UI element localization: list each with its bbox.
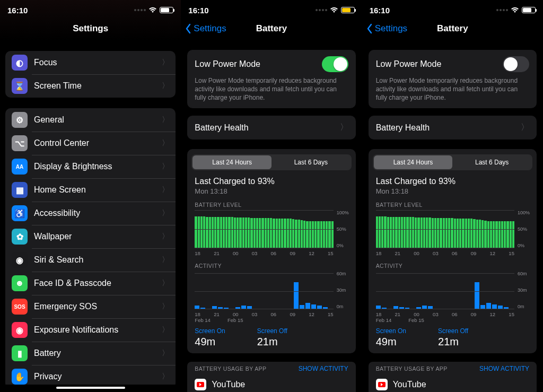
- chevron-right-icon: 〉: [521, 122, 529, 133]
- chevron-right-icon: 〉: [162, 349, 169, 358]
- activity-chart: [376, 273, 514, 309]
- nav-bar: SettingsBattery: [181, 17, 362, 40]
- status-time: 16:10: [188, 6, 208, 15]
- wifi-icon: [330, 7, 338, 13]
- settings-label: Battery: [34, 349, 162, 358]
- seg-6d[interactable]: Last 6 Days: [272, 155, 351, 169]
- status-bar: 16:10: [181, 0, 362, 17]
- show-activity-button[interactable]: SHOW ACTIVITY: [299, 365, 348, 372]
- activity-header: ACTIVITY: [187, 256, 355, 271]
- settings-label: General: [34, 115, 162, 125]
- battery-chart-section: Last 24 HoursLast 6 DaysLast Charged to …: [187, 149, 355, 353]
- privacy-icon: ✋: [12, 369, 28, 385]
- x-axis-hours: 1821000306091215: [369, 248, 537, 256]
- settings-row-home-screen[interactable]: ▦Home Screen〉: [5, 178, 176, 202]
- app-usage-row-youtube[interactable]: YouTube: [187, 376, 355, 392]
- seg-24h[interactable]: Last 24 Hours: [192, 155, 272, 169]
- settings-row-accessibility[interactable]: ♿Accessibility〉: [5, 202, 176, 225]
- siri-search-icon: ◉: [12, 252, 28, 268]
- screen-off-label: Screen Off: [438, 327, 468, 335]
- settings-label: Accessibility: [34, 208, 162, 218]
- battery-level-chart: [195, 210, 333, 248]
- general-icon: ⚙: [12, 112, 28, 128]
- lpm-label: Low Power Mode: [195, 59, 260, 69]
- chevron-right-icon: 〉: [162, 138, 169, 148]
- chevron-right-icon: 〉: [162, 255, 169, 265]
- usage-by-app-header: BATTERY USAGE BY APPSHOW ACTIVITY: [187, 362, 355, 376]
- screen-on-label: Screen On: [376, 327, 406, 335]
- activity-x-axis: 1821000306091215: [369, 309, 537, 317]
- settings-row-exposure[interactable]: ◉Exposure Notifications〉: [5, 318, 176, 342]
- battery-screen-lpm-on: 16:10SettingsBatteryLow Power ModeLow Po…: [181, 0, 362, 392]
- activity-chart: [195, 273, 333, 309]
- usage-by-app-header: BATTERY USAGE BY APPSHOW ACTIVITY: [369, 362, 537, 376]
- battery-screen-lpm-off: 16:10SettingsBatteryLow Power ModeLow Po…: [362, 0, 543, 392]
- home-indicator[interactable]: [56, 387, 125, 389]
- screen-off-value: 21m: [257, 336, 287, 348]
- settings-row-siri-search[interactable]: ◉Siri & Search〉: [5, 248, 176, 272]
- settings-label: Siri & Search: [34, 255, 162, 265]
- low-power-mode-section: Low Power ModeLow Power Mode temporarily…: [187, 50, 355, 108]
- settings-row-wallpaper[interactable]: ✿Wallpaper〉: [5, 225, 176, 248]
- youtube-icon: [376, 379, 388, 390]
- settings-row-privacy[interactable]: ✋Privacy〉: [5, 365, 176, 385]
- settings-row-face-id-passcode[interactable]: ☻Face ID & Passcode〉: [5, 272, 176, 295]
- app-usage-row-youtube[interactable]: YouTube: [369, 376, 537, 392]
- settings-row-general[interactable]: ⚙General〉: [5, 108, 176, 132]
- back-label: Settings: [194, 23, 226, 34]
- activity-x-axis: 1821000306091215: [187, 309, 355, 317]
- last-charged-label: Last Charged to 93%: [369, 172, 537, 187]
- seg-24h[interactable]: Last 24 Hours: [374, 155, 453, 169]
- settings-label: Control Center: [34, 138, 162, 148]
- time-range-segmented-control[interactable]: Last 24 HoursLast 6 Days: [373, 154, 532, 170]
- lpm-label: Low Power Mode: [376, 59, 442, 69]
- battery-level-header: BATTERY LEVEL: [369, 195, 537, 210]
- exposure-icon: ◉: [12, 322, 28, 338]
- battery-health-row[interactable]: Battery Health〉: [369, 116, 537, 140]
- chevron-right-icon: 〉: [162, 81, 169, 91]
- settings-row-emergency-sos[interactable]: SOSEmergency SOS〉: [5, 295, 176, 318]
- wifi-icon: [148, 7, 157, 13]
- last-charged-time: Mon 13:18: [369, 187, 537, 195]
- battery-icon: [522, 7, 536, 13]
- back-button[interactable]: Settings: [366, 23, 407, 34]
- settings-row-control-center[interactable]: ⌥Control Center〉: [5, 132, 176, 155]
- settings-row-display-brightness[interactable]: AADisplay & Brightness〉: [5, 155, 176, 178]
- settings-row-battery[interactable]: ▮Battery〉: [5, 342, 176, 365]
- screen-off-value: 21m: [438, 336, 468, 348]
- settings-row-focus[interactable]: ◐Focus〉: [5, 51, 176, 74]
- lpm-toggle[interactable]: [322, 56, 348, 72]
- low-power-mode-section: Low Power ModeLow Power Mode temporarily…: [369, 50, 537, 108]
- wallpaper-icon: ✿: [12, 229, 28, 245]
- lpm-toggle[interactable]: [503, 56, 529, 72]
- time-range-segmented-control[interactable]: Last 24 HoursLast 6 Days: [191, 154, 351, 170]
- status-time: 16:10: [370, 6, 390, 15]
- nav-title: Battery: [437, 23, 468, 34]
- battery-health-section: Battery Health〉: [369, 116, 537, 140]
- control-center-icon: ⌥: [12, 135, 28, 151]
- nav-bar: SettingsBattery: [362, 17, 543, 40]
- back-button[interactable]: Settings: [185, 23, 226, 34]
- chevron-right-icon: 〉: [162, 162, 169, 171]
- nav-title: Settings: [73, 23, 108, 34]
- x-axis-hours: 1821000306091215: [187, 248, 355, 256]
- screen-time-summary: Screen On49mScreen Off21m: [187, 323, 355, 348]
- cellular-icon: [316, 9, 327, 11]
- chevron-right-icon: 〉: [162, 278, 169, 288]
- settings-row-screen-time[interactable]: ⌛Screen Time〉: [5, 74, 176, 98]
- lpm-description: Low Power Mode temporarily reduces backg…: [376, 76, 529, 107]
- show-activity-button[interactable]: SHOW ACTIVITY: [479, 365, 529, 372]
- battery-health-row[interactable]: Battery Health〉: [187, 116, 355, 140]
- chevron-right-icon: 〉: [162, 302, 169, 311]
- seg-6d[interactable]: Last 6 Days: [452, 155, 531, 169]
- chevron-right-icon: 〉: [162, 115, 169, 125]
- settings-label: Home Screen: [34, 185, 162, 195]
- battery-chart-section: Last 24 HoursLast 6 DaysLast Charged to …: [369, 149, 537, 353]
- focus-icon: ◐: [12, 55, 28, 71]
- settings-label: Screen Time: [34, 81, 162, 91]
- chevron-right-icon: 〉: [162, 232, 169, 241]
- activity-y-axis: 60m30m0m: [514, 271, 533, 309]
- screen-off-label: Screen Off: [257, 327, 287, 335]
- youtube-icon: [195, 379, 206, 390]
- status-bar: 16:10: [362, 0, 543, 17]
